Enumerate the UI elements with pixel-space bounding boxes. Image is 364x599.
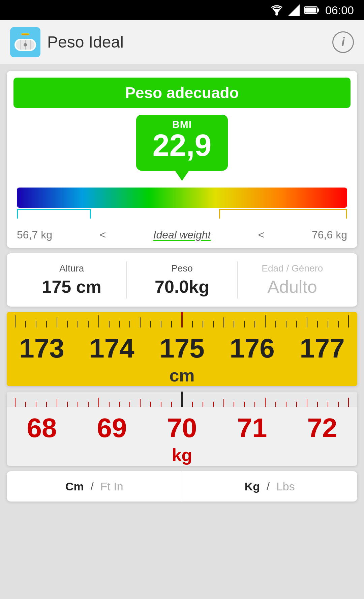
height-units-selector[interactable]: Cm / Ft In	[7, 471, 182, 502]
ruler-height-unit: cm	[7, 364, 357, 386]
ruler-height-num-4: 177	[287, 333, 357, 364]
age-gender-label: Edad / Género	[238, 263, 347, 274]
ruler-weight-unit: kg	[7, 444, 357, 466]
status-icons	[270, 4, 319, 16]
main-content: Peso adecuado BMI 22,9 56,7 kg < Ideal w…	[0, 64, 364, 508]
height-measurement: Altura 175 cm	[17, 263, 126, 297]
cm-unit-active[interactable]: Cm	[65, 480, 84, 493]
weight-ruler[interactable]: 68 69 70 71 72 kg	[7, 392, 357, 466]
wifi-icon	[270, 5, 283, 16]
height-label: Altura	[17, 263, 126, 274]
battery-icon	[304, 6, 319, 15]
ruler-weight-num-2: 70	[147, 412, 217, 444]
weight-units-selector[interactable]: Kg / Lbs	[182, 471, 358, 502]
status-bar: 06:00	[0, 0, 364, 20]
weight-measurement: Peso 70.0kg	[127, 263, 237, 297]
ruler-weight-num-3: 71	[217, 412, 287, 444]
weight-label: Peso	[127, 263, 237, 274]
weight-value: 70.0kg	[127, 277, 237, 297]
ruler-weight-num-0: 68	[7, 412, 77, 444]
height-value: 175 cm	[17, 277, 126, 297]
info-button[interactable]: i	[332, 31, 354, 53]
svg-point-13	[24, 43, 27, 47]
app-icon	[10, 27, 40, 57]
app-bar: Peso Ideal i	[0, 20, 364, 64]
weight-units-divider: /	[267, 480, 270, 493]
scale-label-center: Ideal weight	[153, 229, 211, 241]
ruler-weight-num-4: 72	[287, 412, 357, 444]
height-ruler[interactable]: // ticks rendered inline below	[7, 312, 357, 386]
scale-label-left: 56,7 kg	[17, 229, 52, 241]
age-gender-value: Adulto	[238, 277, 347, 297]
status-time: 06:00	[325, 4, 354, 17]
ruler-weight-numbers: 68 69 70 71 72	[7, 407, 357, 444]
ruler-height-num-1: 174	[77, 333, 147, 364]
kg-unit-active[interactable]: Kg	[245, 480, 260, 493]
units-selector: Cm / Ft In Kg / Lbs	[7, 471, 357, 502]
measurements-card: Altura 175 cm Peso 70.0kg Edad / Género …	[7, 253, 357, 307]
bmi-value: 22,9	[152, 130, 211, 161]
ruler-height-num-2: 175	[147, 333, 217, 364]
svg-marker-3	[288, 4, 300, 16]
ruler-weight-num-1: 69	[77, 412, 147, 444]
height-units-divider: /	[91, 480, 94, 493]
bmi-scale-bar	[17, 188, 347, 208]
bmi-card: Peso adecuado BMI 22,9 56,7 kg < Ideal w…	[7, 71, 357, 248]
svg-rect-5	[305, 8, 316, 13]
bmi-scale-area: 56,7 kg < Ideal weight < 76,6 kg	[13, 188, 351, 241]
bmi-status-button[interactable]: Peso adecuado	[13, 78, 351, 108]
ruler-height-numbers: 173 174 175 176 177	[7, 327, 357, 364]
svg-point-2	[275, 13, 278, 16]
signal-icon	[288, 4, 300, 16]
scale-labels: 56,7 kg < Ideal weight < 76,6 kg	[17, 229, 347, 241]
ft-in-unit-inactive[interactable]: Ft In	[100, 480, 123, 493]
bmi-bubble-container: BMI 22,9	[13, 115, 351, 171]
bmi-bubble: BMI 22,9	[136, 115, 228, 171]
scale-less-than-right: <	[258, 229, 265, 241]
app-bar-left: Peso Ideal	[10, 27, 124, 57]
ruler-height-num-3: 176	[217, 333, 287, 364]
lbs-unit-inactive[interactable]: Lbs	[276, 480, 295, 493]
scale-less-than-left: <	[99, 229, 106, 241]
scale-label-right: 76,6 kg	[312, 229, 347, 241]
svg-rect-6	[317, 8, 319, 12]
ruler-height-num-0: 173	[7, 333, 77, 364]
age-gender-measurement: Edad / Género Adulto	[238, 263, 347, 297]
app-title: Peso Ideal	[47, 33, 124, 51]
